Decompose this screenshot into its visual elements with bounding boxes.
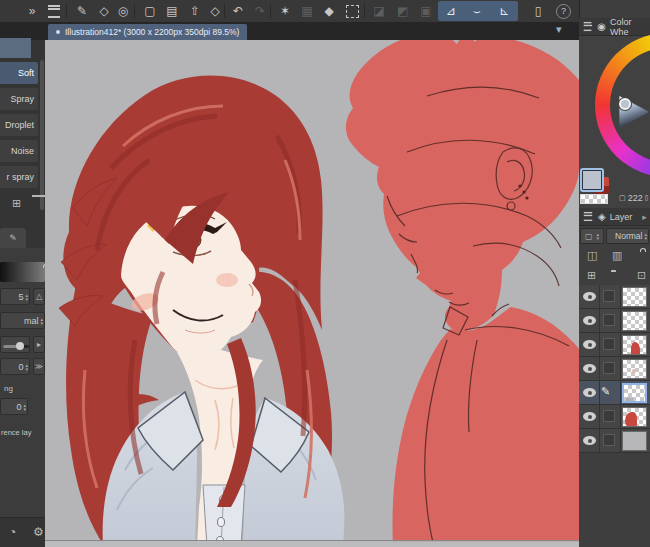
layer-row[interactable] xyxy=(579,309,650,333)
transform-frame-icon[interactable] xyxy=(342,2,362,20)
density-field[interactable]: 0 ▴▾ xyxy=(0,358,30,375)
blend-mode-dropdown[interactable]: mal ▴▾ xyxy=(0,312,45,329)
secondary-value: 0 xyxy=(16,402,21,412)
wrench-icon[interactable]: ⚙ xyxy=(33,526,44,538)
layer-blend-mode-dropdown[interactable]: Normal ▴▾ xyxy=(606,228,649,244)
brush-size-field[interactable]: 5 ▴▾ xyxy=(0,288,30,305)
save-file-icon[interactable]: ⇧ xyxy=(185,2,205,20)
secondary-value-field[interactable]: 0 ▴▾ xyxy=(0,398,28,415)
layer-row-selected[interactable]: ✎ xyxy=(579,381,650,405)
hsv-icon: ▯ xyxy=(645,194,649,202)
thumbnail-icon: ▢ xyxy=(585,232,593,241)
layer-row[interactable] xyxy=(579,285,650,309)
select-area-icon[interactable]: ◪ xyxy=(369,2,389,20)
visibility-eye-icon[interactable] xyxy=(583,316,596,325)
density-slider[interactable] xyxy=(0,336,30,353)
sv-triangle[interactable] xyxy=(619,64,650,160)
layer-thumbnail[interactable] xyxy=(622,407,647,427)
undo-icon[interactable]: ↶ xyxy=(228,2,248,20)
fill-icon[interactable]: ◆ xyxy=(319,2,339,20)
subtool-item-soft[interactable]: Soft xyxy=(0,62,38,84)
color-wheel-icon: ◉ xyxy=(597,21,606,32)
more-options-button[interactable]: ≫ xyxy=(33,358,45,375)
subtool-item-spray[interactable]: Spray xyxy=(0,88,38,110)
spinner-chevrons-icon[interactable]: ▴▾ xyxy=(25,293,28,301)
slider-expand-button[interactable]: ▸ xyxy=(33,336,45,353)
spinner-chevrons-icon[interactable]: ▴▾ xyxy=(25,363,28,371)
visibility-eye-icon[interactable] xyxy=(583,436,596,445)
subtool-item-droplet[interactable]: Droplet xyxy=(0,114,38,136)
slider-track[interactable] xyxy=(3,345,29,348)
open-file-icon[interactable]: ▤ xyxy=(162,2,182,20)
color-selector-ring[interactable] xyxy=(619,98,631,110)
layer-checkbox[interactable] xyxy=(603,314,615,326)
spinner-chevrons-icon[interactable]: ▴▾ xyxy=(23,403,26,411)
clip-to-layer-icon[interactable]: ◫ xyxy=(587,250,597,261)
thumbnail-size-dropdown[interactable]: ▢ ▴▾ xyxy=(580,228,604,244)
selected-tool-block[interactable] xyxy=(0,38,31,58)
main-color-swatch[interactable] xyxy=(580,168,604,192)
transparent-color-swatch[interactable] xyxy=(580,194,608,204)
new-layer-icon[interactable]: ⊞ xyxy=(587,270,596,281)
artwork[interactable] xyxy=(45,40,579,547)
layer-checkbox[interactable] xyxy=(603,434,615,446)
window-size-icon[interactable]: ◇ xyxy=(94,2,114,20)
transfer-layer-icon[interactable]: ⊡ xyxy=(637,270,646,281)
layer-row[interactable] xyxy=(579,429,650,453)
layer-checkbox[interactable] xyxy=(603,362,615,374)
snap-to-grid-icon[interactable]: ⊾ xyxy=(494,2,514,20)
subtool-item-color-spray[interactable]: r spray xyxy=(0,166,38,188)
layer-thumbnail[interactable] xyxy=(622,431,647,451)
layer-effect-icon[interactable]: ▥ xyxy=(612,250,622,261)
snap-to-ruler-icon[interactable]: ⊿ xyxy=(441,2,461,20)
visibility-eye-icon[interactable] xyxy=(583,412,596,421)
help-icon[interactable]: ? xyxy=(556,4,571,19)
visibility-eye-icon[interactable] xyxy=(583,292,596,301)
subtool-item-noise[interactable]: Noise xyxy=(0,140,38,162)
deselect-icon[interactable]: ◩ xyxy=(393,2,413,20)
panel-menu-icon[interactable] xyxy=(584,212,592,221)
layer-thumbnail[interactable] xyxy=(622,287,647,307)
subtool-scrollbar[interactable] xyxy=(40,60,44,210)
timelapse-icon[interactable]: ◔ xyxy=(9,526,16,538)
panel-overflow-icon[interactable]: » xyxy=(22,2,42,20)
snap-to-special-ruler-icon[interactable]: ⌣ xyxy=(467,2,487,20)
redo-icon[interactable]: ↷ xyxy=(250,2,270,20)
spinner-chevrons-icon[interactable]: ▴▾ xyxy=(40,317,43,325)
layer-thumbnail[interactable] xyxy=(622,359,647,379)
brush-preview-strip[interactable] xyxy=(0,262,45,282)
new-file-icon[interactable]: ▢ xyxy=(140,2,160,20)
visibility-eye-icon[interactable] xyxy=(583,388,596,397)
slider-handle[interactable] xyxy=(16,342,24,350)
clear-icon[interactable]: ✶ xyxy=(275,2,295,20)
layer-header-extra-icon[interactable]: ▸ xyxy=(642,212,647,222)
layer-row[interactable] xyxy=(579,357,650,381)
panel-menu-icon[interactable] xyxy=(584,22,592,31)
layer-row[interactable] xyxy=(579,333,650,357)
tool-property-tab[interactable]: ✎ xyxy=(0,228,26,248)
layer-panel-header[interactable]: ◈ Layer ▸ xyxy=(579,208,650,226)
companion-mode-icon[interactable]: ▯ xyxy=(528,2,548,20)
layer-checkbox[interactable] xyxy=(603,410,615,422)
layer-row[interactable] xyxy=(579,405,650,429)
visibility-eye-icon[interactable] xyxy=(583,340,596,349)
visibility-eye-icon[interactable] xyxy=(583,364,596,373)
layer-thumbnail[interactable] xyxy=(622,311,647,331)
grid-icon[interactable]: ▦ xyxy=(297,2,317,20)
brush-size-slider-button[interactable]: △ xyxy=(33,288,45,305)
layer-thumbnail[interactable] xyxy=(622,335,647,355)
invert-selection-icon[interactable]: ▣ xyxy=(416,2,436,20)
main-menu-icon[interactable] xyxy=(44,2,64,20)
export-icon[interactable]: ◇ xyxy=(205,2,225,20)
document-tab[interactable]: Illustration412* (3000 x 2200px 350dpi 8… xyxy=(48,24,247,40)
add-subtool-icon[interactable]: ⊞ xyxy=(12,198,21,209)
clip-studio-home-icon[interactable]: ◎ xyxy=(113,2,133,20)
layer-checkbox[interactable] xyxy=(603,338,615,350)
canvas-viewport[interactable] xyxy=(45,40,579,547)
layer-checkbox[interactable] xyxy=(603,290,615,302)
edit-in-app-icon[interactable]: ✎ xyxy=(72,2,92,20)
tab-list-chevron-icon[interactable]: ▾ xyxy=(556,23,562,36)
layer-thumbnail[interactable] xyxy=(622,383,647,403)
layer-panel: ◈ Layer ▸ ▢ ▴▾ Normal ▴▾ ◫ ▥ ⊞ ⊡ xyxy=(579,208,650,547)
color-wheel-header[interactable]: ◉ Color Whe xyxy=(579,18,650,36)
